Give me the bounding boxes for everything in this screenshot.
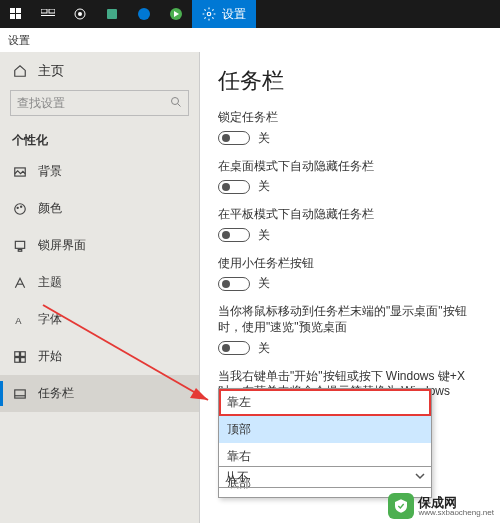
toggle-autohide-tablet[interactable]: 关: [218, 227, 482, 244]
svg-rect-4: [41, 9, 47, 13]
setting-label: 在平板模式下自动隐藏任务栏: [218, 207, 482, 223]
sidebar-item-label: 任务栏: [38, 385, 74, 402]
svg-rect-6: [41, 15, 55, 16]
edge-icon[interactable]: [128, 0, 160, 28]
svg-line-14: [178, 104, 181, 107]
setting-label: 锁定任务栏: [218, 110, 482, 126]
media-icon[interactable]: [160, 0, 192, 28]
svg-rect-20: [18, 249, 22, 251]
setting-autohide-desktop: 在桌面模式下自动隐藏任务栏 关: [218, 159, 482, 196]
toggle-state: 关: [258, 227, 270, 244]
dropdown-option-left[interactable]: 靠左: [219, 389, 431, 416]
svg-point-17: [17, 207, 18, 208]
picture-icon: [12, 164, 28, 180]
svg-rect-9: [107, 9, 117, 19]
windows-taskbar: 设置: [0, 0, 500, 28]
setting-autohide-tablet: 在平板模式下自动隐藏任务栏 关: [218, 207, 482, 244]
toggle-autohide-desktop[interactable]: 关: [218, 178, 482, 195]
svg-point-13: [172, 98, 179, 105]
sidebar-item-label: 主题: [38, 274, 62, 291]
setting-small-buttons: 使用小任务栏按钮 关: [218, 256, 482, 293]
sidebar-item-label: 开始: [38, 348, 62, 365]
chevron-down-icon: [415, 470, 425, 484]
page-title: 任务栏: [218, 66, 482, 96]
svg-rect-0: [10, 8, 15, 13]
toggle-peek[interactable]: 关: [218, 340, 482, 357]
sidebar-item-start[interactable]: 开始: [0, 338, 199, 375]
setting-lock-taskbar: 锁定任务栏 关: [218, 110, 482, 147]
svg-text:A: A: [15, 315, 22, 325]
svg-point-8: [78, 12, 82, 16]
toggle-lock-taskbar[interactable]: 关: [218, 130, 482, 147]
combine-dropdown-value: 从不: [225, 469, 249, 486]
svg-point-16: [15, 203, 26, 214]
toggle-state: 关: [258, 178, 270, 195]
svg-rect-26: [21, 357, 26, 362]
palette-icon: [12, 201, 28, 217]
sidebar: 主页 个性化 背景 颜色 锁屏界面: [0, 52, 200, 523]
search-input[interactable]: [17, 96, 170, 110]
sidebar-item-lockscreen[interactable]: 锁屏界面: [0, 227, 199, 264]
sidebar-item-label: 背景: [38, 163, 62, 180]
search-icon: [170, 94, 182, 112]
app-icon-2[interactable]: [96, 0, 128, 28]
task-view-icon[interactable]: [32, 0, 64, 28]
watermark-text: 保成网: [418, 496, 494, 509]
theme-icon: [12, 275, 28, 291]
sidebar-item-label: 颜色: [38, 200, 62, 217]
search-row: [0, 90, 199, 124]
svg-rect-5: [49, 9, 55, 13]
dropdown-option-top[interactable]: 顶部: [219, 416, 431, 443]
sidebar-item-fonts[interactable]: A 字体: [0, 301, 199, 338]
combine-dropdown[interactable]: 从不: [218, 466, 432, 488]
app-icon-1[interactable]: [64, 0, 96, 28]
sidebar-item-label: 锁屏界面: [38, 237, 86, 254]
setting-peek: 当你将鼠标移动到任务栏末端的"显示桌面"按钮时，使用"速览"预览桌面 关: [218, 304, 482, 356]
nav-list: 背景 颜色 锁屏界面 主题 A 字体 开始: [0, 153, 199, 523]
sidebar-item-themes[interactable]: 主题: [0, 264, 199, 301]
svg-rect-19: [15, 241, 24, 248]
lock-icon: [12, 238, 28, 254]
search-box[interactable]: [10, 90, 189, 116]
svg-rect-24: [21, 351, 26, 356]
toggle-state: 关: [258, 340, 270, 357]
watermark-url: www.sxbaocheng.net: [418, 509, 494, 517]
start-button[interactable]: [0, 0, 32, 28]
svg-rect-1: [16, 8, 21, 13]
toggle-state: 关: [258, 275, 270, 292]
start-menu-icon: [12, 349, 28, 365]
sidebar-item-colors[interactable]: 颜色: [0, 190, 199, 227]
setting-label: 在桌面模式下自动隐藏任务栏: [218, 159, 482, 175]
svg-point-10: [138, 8, 150, 20]
svg-rect-3: [16, 14, 21, 19]
gear-icon: [202, 7, 216, 21]
sidebar-item-background[interactable]: 背景: [0, 153, 199, 190]
watermark-badge: [388, 493, 414, 519]
font-icon: A: [12, 312, 28, 328]
svg-point-18: [21, 206, 22, 207]
settings-taskbar-label: 设置: [222, 6, 246, 23]
svg-point-12: [207, 12, 211, 16]
sidebar-item-label: 字体: [38, 311, 62, 328]
svg-rect-27: [15, 389, 26, 397]
window-titlebar: 设置: [0, 28, 500, 52]
sidebar-group-header: 个性化: [0, 124, 199, 153]
setting-label: 当你将鼠标移动到任务栏末端的"显示桌面"按钮时，使用"速览"预览桌面: [218, 304, 482, 335]
svg-rect-23: [15, 351, 20, 356]
home-label: 主页: [38, 62, 64, 80]
taskbar-icon: [12, 386, 28, 402]
svg-rect-2: [10, 14, 15, 19]
window-title: 设置: [8, 33, 30, 48]
setting-label: 使用小任务栏按钮: [218, 256, 482, 272]
settings-taskbar-item[interactable]: 设置: [192, 0, 256, 28]
svg-rect-25: [15, 357, 20, 362]
toggle-state: 关: [258, 130, 270, 147]
sidebar-item-taskbar[interactable]: 任务栏: [0, 375, 199, 412]
home-button[interactable]: 主页: [0, 52, 199, 90]
toggle-small-buttons[interactable]: 关: [218, 275, 482, 292]
watermark: 保成网 www.sxbaocheng.net: [388, 493, 494, 519]
home-icon: [12, 63, 28, 79]
